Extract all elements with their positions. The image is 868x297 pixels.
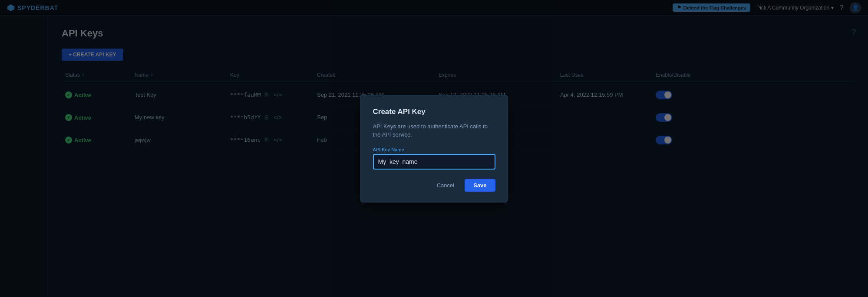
modal-overlay[interactable]: Create API Key API Keys are used to auth… (0, 0, 868, 297)
modal-title: Create API Key (373, 108, 495, 116)
modal-description: API Keys are used to authenticate API ca… (373, 122, 495, 139)
save-button[interactable]: Save (465, 179, 495, 192)
modal-actions: Cancel Save (373, 179, 495, 192)
create-api-key-modal: Create API Key API Keys are used to auth… (360, 95, 508, 202)
cancel-button[interactable]: Cancel (431, 179, 460, 192)
modal-input-label: API Key Name (373, 147, 495, 152)
api-key-name-input[interactable] (373, 154, 495, 170)
